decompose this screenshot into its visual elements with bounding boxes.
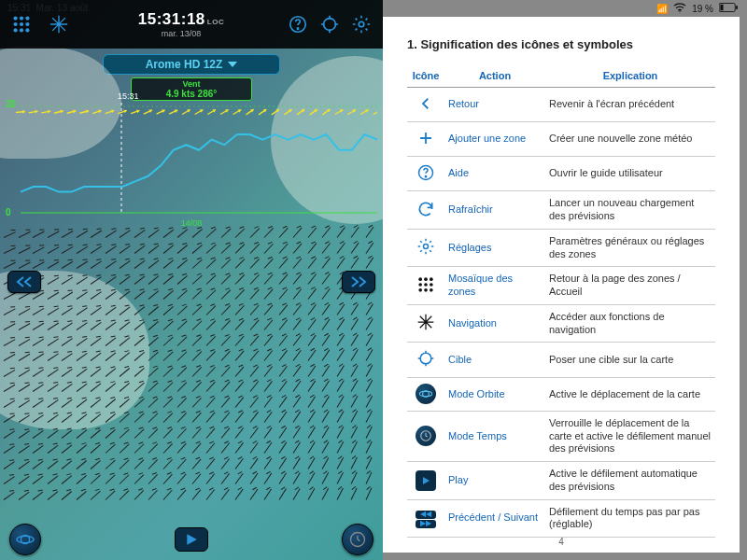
plus-icon (407, 121, 444, 156)
coastline (0, 271, 149, 429)
row-action: Cible (444, 343, 545, 378)
svg-point-64 (420, 353, 431, 364)
compass-icon[interactable] (43, 8, 75, 40)
grid-icon (407, 267, 444, 305)
grid-icon[interactable] (6, 8, 37, 40)
table-row: Ajouter une zoneCréer une nouvelle zone … (407, 121, 715, 156)
bottombar (0, 519, 383, 560)
table-row: Mode OrbiteActive le déplacement de la c… (407, 378, 715, 412)
svg-point-2 (25, 16, 29, 20)
row-action: Mode Temps (444, 411, 545, 461)
help-document[interactable]: 1. Signification des icônes et symboles … (383, 17, 740, 553)
doc-heading: 1. Signification des icônes et symboles (407, 37, 715, 51)
row-explain: Défilement du temps pas par pas (réglabl… (545, 499, 715, 538)
step-forward-button[interactable] (342, 271, 375, 293)
table-row: RetourRevenir à l'écran précédent (407, 88, 715, 122)
target-icon[interactable] (314, 8, 345, 40)
row-explain: Créer une nouvelle zone météo (545, 121, 715, 156)
svg-point-53 (425, 175, 426, 176)
svg-point-6 (13, 28, 17, 32)
table-row: CiblePoser une cible sur la carte (407, 343, 715, 378)
svg-point-61 (418, 288, 422, 292)
svg-point-48 (679, 10, 681, 12)
row-explain: Accéder aux fonctions de navigation (545, 304, 715, 343)
svg-point-1 (20, 16, 23, 20)
svg-point-62 (424, 288, 428, 292)
row-explain: Retour à la page des zones / Accueil (545, 267, 715, 305)
svg-rect-51 (736, 6, 738, 9)
play-icon (407, 462, 444, 500)
svg-point-60 (430, 283, 433, 287)
nav-app: 15:31 Mar. 13 août 15:31:18LOC mar. 13/0… (0, 0, 383, 560)
table-row: Mode TempsVerrouille le déplacement de l… (407, 411, 715, 461)
wifi-icon (673, 3, 686, 14)
time-icon (407, 411, 444, 461)
wind-readout[interactable]: Vent 4.9 kts 286° (131, 77, 252, 101)
wind-chart[interactable]: 20 0 15:31 14/08 (6, 103, 377, 224)
help-icon[interactable] (282, 8, 314, 40)
svg-point-7 (20, 28, 23, 32)
row-explain: Active le défilement automatique des pré… (545, 462, 715, 500)
play-button[interactable] (175, 527, 208, 552)
table-row: ◀◀▶▶Précédent / SuivantDéfilement du tem… (407, 499, 715, 538)
row-action: Rafraîchir (444, 191, 545, 230)
svg-point-63 (430, 288, 433, 292)
col-icon: Icône (407, 64, 444, 88)
row-action: Navigation (444, 304, 545, 343)
svg-line-44 (374, 110, 377, 115)
target-icon (407, 343, 444, 378)
row-explain: Active le déplacement de la carte (545, 378, 715, 412)
svg-point-4 (20, 22, 23, 26)
time-mode-button[interactable] (342, 524, 374, 555)
icon-table: Icône Action Explication RetourRevenir à… (407, 64, 715, 538)
svg-point-8 (25, 28, 29, 32)
svg-point-57 (430, 277, 433, 281)
svg-point-54 (424, 245, 429, 249)
table-row: PlayActive le défilement automatique des… (407, 462, 715, 500)
gear-icon[interactable] (345, 8, 377, 40)
signal-icon: 📶 (656, 4, 668, 14)
row-action: Mosaïque des zones (444, 267, 545, 305)
row-action: Ajouter une zone (444, 121, 545, 156)
prevnext-icon: ◀◀▶▶ (407, 499, 444, 538)
svg-rect-50 (720, 5, 723, 10)
row-explain: Paramètres généraux ou réglages des zone… (545, 229, 715, 267)
svg-point-59 (424, 283, 428, 287)
table-row: AideOuvrir le guide utilisateur (407, 156, 715, 191)
back-icon (407, 88, 444, 122)
row-action: Précédent / Suivant (444, 499, 545, 538)
doc-panel: 📶 19 % 1. Signification des icônes et sy… (383, 0, 747, 560)
row-action: Mode Orbite (444, 378, 545, 412)
help-icon (407, 156, 444, 191)
clock: 15:31:18LOC mar. 13/08 (80, 10, 282, 38)
model-label: Arome HD 12Z (146, 58, 223, 71)
svg-point-66 (419, 391, 431, 396)
table-row: Mosaïque des zonesRetour à la page des z… (407, 267, 715, 305)
table-row: RéglagesParamètres généraux ou réglages … (407, 229, 715, 267)
row-explain: Ouvrir le guide utilisateur (545, 156, 715, 191)
chart-svg (6, 103, 377, 224)
svg-point-56 (424, 277, 428, 281)
model-selector[interactable]: Arome HD 12Z (103, 54, 280, 75)
now-marker-label: 15:31 (118, 91, 139, 101)
refresh-icon (407, 191, 444, 230)
compass-icon (407, 304, 444, 343)
row-explain: Lancer un nouveau chargement des prévisi… (545, 191, 715, 230)
row-explain: Revenir à l'écran précédent (545, 88, 715, 122)
row-action: Réglages (444, 229, 545, 267)
svg-point-58 (418, 283, 422, 287)
settings-icon (407, 229, 444, 267)
row-explain: Verrouille le déplacement de la carte et… (545, 411, 715, 461)
svg-point-3 (13, 22, 17, 26)
step-back-button[interactable] (7, 271, 41, 293)
device-status-right: 📶 19 % (383, 0, 747, 17)
orbit-icon (407, 378, 444, 412)
orbit-mode-button[interactable] (9, 524, 41, 555)
row-action: Retour (444, 88, 545, 122)
svg-point-10 (297, 28, 298, 29)
table-row: NavigationAccéder aux fonctions de navig… (407, 304, 715, 343)
battery-icon (719, 3, 738, 14)
row-explain: Poser une cible sur la carte (545, 343, 715, 378)
col-explain: Explication (545, 64, 715, 88)
battery-text: 19 % (692, 4, 713, 14)
